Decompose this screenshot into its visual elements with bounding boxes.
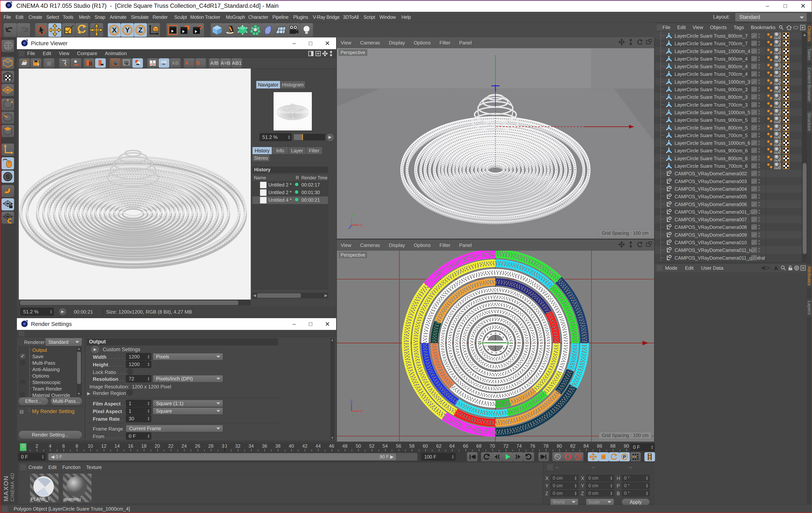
svg-text:S: S bbox=[6, 173, 10, 180]
svg-text:Y: Y bbox=[125, 26, 130, 34]
svg-text:A|B: A|B bbox=[161, 60, 167, 64]
svg-text:Y: Y bbox=[350, 412, 353, 417]
svg-text:Y: Y bbox=[351, 213, 354, 217]
svg-text:X: X bbox=[360, 409, 363, 414]
svg-text:B: B bbox=[153, 62, 155, 66]
svg-text:?: ? bbox=[577, 455, 579, 459]
svg-text:P: P bbox=[623, 454, 626, 459]
svg-text:Z: Z bbox=[138, 26, 143, 34]
svg-text:Z: Z bbox=[350, 399, 353, 404]
svg-text:X: X bbox=[112, 26, 117, 34]
svg-text:A: A bbox=[150, 62, 152, 66]
svg-text:X: X bbox=[360, 223, 363, 227]
svg-text:?: ? bbox=[37, 63, 39, 67]
